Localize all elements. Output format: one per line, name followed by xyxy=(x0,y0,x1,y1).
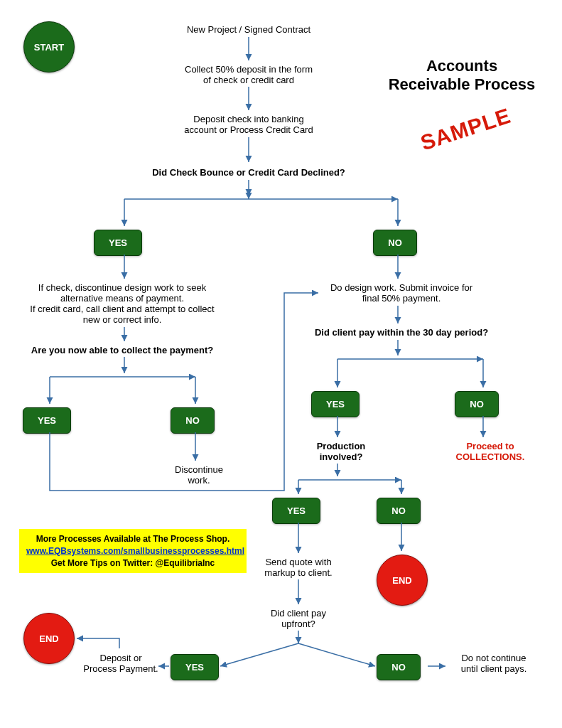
pay-upfront-l1: Did client pay xyxy=(252,608,345,619)
step-do-not-continue: Do not continue until client pays. xyxy=(448,653,540,674)
yes-label: YES xyxy=(38,415,56,426)
design-work-l2: final 50% payment. xyxy=(316,293,487,304)
step-send-quote: Send quote with markup to client. xyxy=(252,557,345,578)
end-terminator-1: END xyxy=(377,555,428,606)
end-terminator-2: END xyxy=(23,613,75,664)
discontinue-l2: work. xyxy=(156,475,242,486)
production-l1: Production xyxy=(298,441,384,451)
yes-label: YES xyxy=(185,662,204,673)
title-line2: Receivable Process xyxy=(380,75,544,94)
promo-link[interactable]: www.EQBsystems.com/smallbusinessprocesse… xyxy=(26,546,244,556)
decision-pay30: Did client pay within the 30 day period? xyxy=(298,327,504,338)
no-label: NO xyxy=(391,662,406,673)
collect-yes-box: YES xyxy=(23,407,71,434)
proceed-l2: COLLECTIONS. xyxy=(441,451,540,462)
no-label: NO xyxy=(470,399,484,410)
decision-pay-upfront: Did client pay upfront? xyxy=(252,608,345,629)
proceed-l1: Proceed to xyxy=(441,441,540,451)
step-proceed-collections: Proceed to COLLECTIONS. xyxy=(441,441,540,462)
step-deposit-check-l2: account or Process Credit Card xyxy=(142,124,355,135)
yes-label: YES xyxy=(109,237,127,248)
upfront-yes-box: YES xyxy=(171,654,219,680)
pay-upfront-l2: upfront? xyxy=(252,619,345,629)
promo-line1: More Processes Available at The Process … xyxy=(26,533,239,545)
upfront-no-box: NO xyxy=(377,654,421,680)
start-label: START xyxy=(34,42,64,53)
promo-line3: Get More Tips on Twitter: @EquilibriaInc xyxy=(26,557,239,569)
send-quote-l2: markup to client. xyxy=(252,567,345,578)
step-deposit-check-l1: Deposit check into banking xyxy=(142,114,355,124)
no-label: NO xyxy=(391,505,406,516)
step-discontinue: Discontinue work. xyxy=(156,464,242,486)
do-not-l1: Do not continue xyxy=(448,653,540,663)
step-new-project: New Project / Signed Contract xyxy=(142,24,355,35)
if-check-l2: alternative means of payment. xyxy=(16,293,229,304)
production-no-box: NO xyxy=(377,498,421,524)
production-l2: involved? xyxy=(298,451,384,462)
diagram-title: Accounts Receivable Process xyxy=(380,57,544,94)
step-design-work: Do design work. Submit invoice for final… xyxy=(316,282,487,304)
title-line1: Accounts xyxy=(380,57,544,75)
pay30-no-box: NO xyxy=(455,391,499,417)
if-check-l3: If credit card, call client and attempt … xyxy=(16,304,229,314)
bounce-no-box: NO xyxy=(373,230,417,256)
decision-collect: Are you now able to collect the payment? xyxy=(16,345,229,355)
step-deposit-check: Deposit check into banking account or Pr… xyxy=(142,114,355,135)
step-deposit-or: Deposit or Process Payment. xyxy=(78,653,163,674)
sample-watermark: SAMPLE xyxy=(418,104,514,156)
send-quote-l1: Send quote with xyxy=(252,557,345,567)
no-label: NO xyxy=(388,237,402,248)
bounce-yes-box: YES xyxy=(94,230,142,256)
production-yes-box: YES xyxy=(272,498,320,524)
end-label: END xyxy=(39,633,58,644)
no-label: NO xyxy=(185,415,200,426)
design-work-l1: Do design work. Submit invoice for xyxy=(316,282,487,293)
step-collect-deposit-l1: Collect 50% deposit in the form xyxy=(142,64,355,75)
step-collect-deposit-l2: of check or credit card xyxy=(142,75,355,85)
if-check-l1: If check, discontinue design work to see… xyxy=(16,282,229,293)
pay30-yes-box: YES xyxy=(311,391,360,417)
deposit-or-l1: Deposit or xyxy=(78,653,163,663)
start-terminator: START xyxy=(23,21,75,73)
decision-bounce: Did Check Bounce or Credit Card Declined… xyxy=(107,167,391,178)
step-collect-deposit: Collect 50% deposit in the form of check… xyxy=(142,64,355,85)
collect-no-box: NO xyxy=(171,407,215,434)
discontinue-l1: Discontinue xyxy=(156,464,242,475)
yes-label: YES xyxy=(287,505,306,516)
step-if-check: If check, discontinue design work to see… xyxy=(16,282,229,325)
do-not-l2: until client pays. xyxy=(448,663,540,674)
promo-box: More Processes Available at The Process … xyxy=(19,529,247,573)
deposit-or-l2: Process Payment. xyxy=(78,663,163,674)
decision-production: Production involved? xyxy=(298,441,384,462)
yes-label: YES xyxy=(326,399,345,410)
end-label: END xyxy=(392,575,411,586)
if-check-l4: new or correct info. xyxy=(16,314,229,325)
